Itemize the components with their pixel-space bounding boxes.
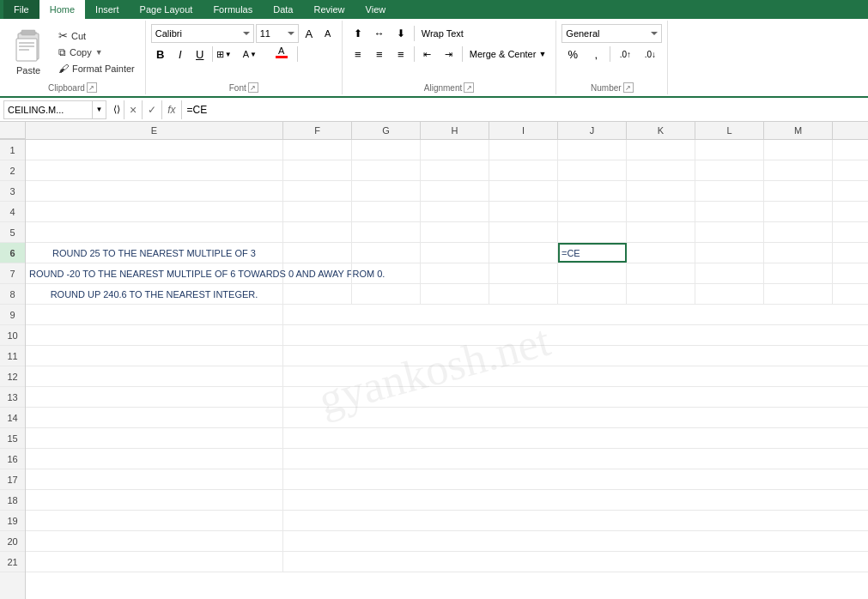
cell-f5[interactable] [283,222,352,242]
cell-l3[interactable] [695,181,764,201]
cell-e5[interactable] [26,222,283,242]
alignment-expand-icon[interactable]: ↗ [464,82,474,93]
cell-h2[interactable] [421,160,489,180]
cell-l8[interactable] [695,284,764,304]
formula-confirm-button[interactable]: ✓ [143,100,162,119]
cell-f8[interactable] [283,284,352,304]
cell-e17[interactable] [26,469,283,490]
row-num-18[interactable]: 18 [0,490,25,511]
row-num-16[interactable]: 16 [0,449,25,469]
cell-j2[interactable] [558,160,627,180]
italic-button[interactable]: I [171,45,190,64]
col-header-J[interactable]: J [558,122,627,139]
row-num-2[interactable]: 2 [0,160,25,181]
cell-k2[interactable] [627,160,695,180]
col-header-E[interactable]: E [26,122,283,139]
formula-bar-expand[interactable]: ⟨⟩ [110,100,124,119]
row-num-19[interactable]: 19 [0,511,25,531]
number-format-select[interactable]: General Number Currency Percentage Text [561,24,662,43]
row-num-5[interactable]: 5 [0,222,25,243]
cell-m1[interactable] [764,140,833,160]
cell-g6[interactable] [352,243,421,263]
cell-m7[interactable] [764,263,833,283]
formula-function-button[interactable]: fx [162,100,181,119]
cell-m4[interactable] [764,202,833,221]
tab-view[interactable]: View [355,0,397,19]
border-button[interactable]: ⊞▼ [215,45,241,64]
cell-e21[interactable] [26,552,283,572]
tab-home[interactable]: Home [39,0,85,19]
merge-center-button[interactable]: Merge & Center ▼ [465,46,551,62]
row-num-13[interactable]: 13 [0,387,25,408]
cell-i7[interactable] [489,263,558,283]
increase-decimal-button[interactable]: .0↑ [613,45,637,64]
col-header-H[interactable]: H [421,122,489,139]
cell-g2[interactable] [352,160,421,180]
cell-g3[interactable] [352,181,421,201]
cell-f3[interactable] [283,181,352,201]
cell-f7[interactable] [283,263,352,283]
cell-j1[interactable] [558,140,627,160]
font-name-select[interactable]: Calibri [151,24,254,43]
font-size-select[interactable]: 11 [256,24,299,43]
cell-k3[interactable] [627,181,695,201]
cell-m8[interactable] [764,284,833,304]
cell-e19[interactable] [26,511,283,531]
cell-h8[interactable] [421,284,489,304]
cell-e1[interactable] [26,140,283,160]
cell-e3[interactable] [26,181,283,201]
underline-button[interactable]: U [191,45,209,64]
corner-cell[interactable] [0,122,26,139]
row-num-1[interactable]: 1 [0,140,25,160]
cell-j6[interactable]: =CE [558,243,627,263]
col-header-K[interactable]: K [627,122,695,139]
cell-m5[interactable] [764,222,833,242]
wrap-text-button[interactable]: Wrap Text [417,26,468,41]
cell-e11[interactable] [26,346,283,366]
cell-j5[interactable] [558,222,627,242]
cell-j4[interactable] [558,202,627,221]
indent-decrease-button[interactable]: ⇤ [417,45,438,64]
cell-k8[interactable] [627,284,695,304]
cell-i4[interactable] [489,202,558,221]
cell-e8[interactable]: ROUND UP 240.6 TO THE NEAREST INTEGER. [26,284,283,304]
bold-button[interactable]: B [151,45,170,64]
cell-l6[interactable] [695,243,764,263]
row-num-14[interactable]: 14 [0,408,25,428]
format-painter-button[interactable]: 🖌 Format Painter [55,61,138,76]
row-num-10[interactable]: 10 [0,325,25,346]
clipboard-expand-icon[interactable]: ↗ [87,82,97,93]
cell-e15[interactable] [26,428,283,449]
row-num-7[interactable]: 7 [0,263,25,284]
col-header-M[interactable]: M [764,122,833,139]
name-box[interactable]: CEILING.M... [4,105,92,115]
number-expand-icon[interactable]: ↗ [623,82,634,93]
row-num-3[interactable]: 3 [0,181,25,202]
cell-k5[interactable] [627,222,695,242]
tab-page-layout[interactable]: Page Layout [130,0,203,19]
cell-h7[interactable] [421,263,489,283]
align-top-button[interactable]: ⬆ [348,24,368,43]
cell-e13[interactable] [26,387,283,408]
align-bottom-button[interactable]: ⬇ [391,24,411,43]
cell-h1[interactable] [421,140,489,160]
row-num-21[interactable]: 21 [0,552,25,572]
font-expand-icon[interactable]: ↗ [248,82,258,93]
indent-increase-button[interactable]: ⇥ [439,45,459,64]
cell-f1[interactable] [283,140,352,160]
cell-e6[interactable]: ROUND 25 TO THE NEAREST MULTIPLE OF 3 [26,243,283,263]
copy-dropdown-icon[interactable]: ▼ [95,48,103,57]
cell-i1[interactable] [489,140,558,160]
cell-e14[interactable] [26,408,283,428]
row-num-20[interactable]: 20 [0,531,25,552]
cell-h4[interactable] [421,202,489,221]
cell-k1[interactable] [627,140,695,160]
align-center-button[interactable]: ≡ [369,45,390,64]
tab-file[interactable]: File [3,0,39,19]
cut-button[interactable]: ✂ Cut [55,27,138,44]
tab-formulas[interactable]: Formulas [203,0,263,19]
cell-m3[interactable] [764,181,833,201]
cell-j7[interactable] [558,263,627,283]
cell-e16[interactable] [26,449,283,469]
align-left-button[interactable]: ≡ [348,45,368,64]
